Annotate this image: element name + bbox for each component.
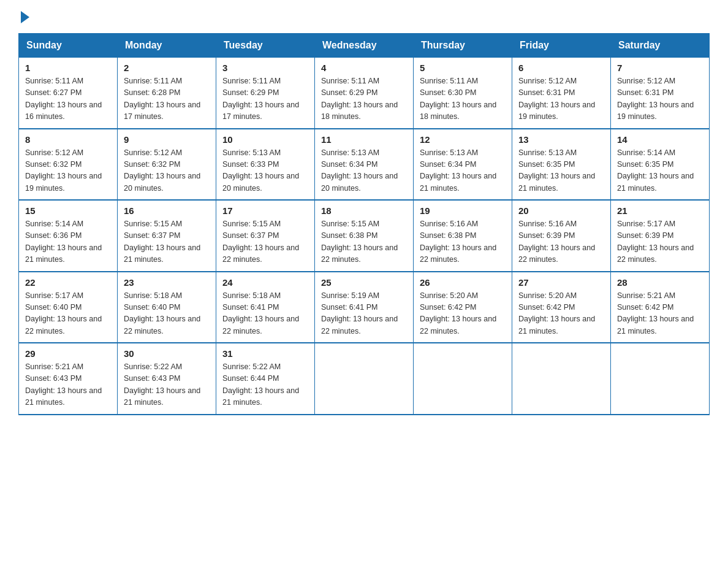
day-number: 27 [518,277,604,288]
calendar-table: SundayMondayTuesdayWednesdayThursdayFrid… [18,33,710,415]
day-info: Sunrise: 5:14 AM Sunset: 6:35 PM Dayligh… [617,147,703,195]
day-info: Sunrise: 5:11 AM Sunset: 6:29 PM Dayligh… [222,75,308,123]
day-number: 23 [124,277,210,288]
weekday-header-friday: Friday [512,34,611,58]
day-number: 4 [321,63,407,73]
day-info: Sunrise: 5:15 AM Sunset: 6:38 PM Dayligh… [321,218,407,266]
calendar-cell: 9 Sunrise: 5:12 AM Sunset: 6:32 PM Dayli… [118,129,216,201]
day-info: Sunrise: 5:20 AM Sunset: 6:42 PM Dayligh… [420,290,506,338]
calendar-cell: 28 Sunrise: 5:21 AM Sunset: 6:42 PM Dayl… [611,272,710,343]
day-info: Sunrise: 5:12 AM Sunset: 6:32 PM Dayligh… [124,147,210,195]
day-number: 24 [222,277,308,288]
calendar-cell [315,343,414,415]
day-number: 12 [420,134,506,145]
day-info: Sunrise: 5:16 AM Sunset: 6:39 PM Dayligh… [518,218,604,266]
day-info: Sunrise: 5:18 AM Sunset: 6:41 PM Dayligh… [222,290,308,338]
day-number: 6 [518,63,604,73]
weekday-header-sunday: Sunday [19,34,118,58]
day-number: 5 [420,63,506,73]
calendar-cell: 23 Sunrise: 5:18 AM Sunset: 6:40 PM Dayl… [118,272,216,343]
calendar-cell: 12 Sunrise: 5:13 AM Sunset: 6:34 PM Dayl… [414,129,512,201]
day-info: Sunrise: 5:14 AM Sunset: 6:36 PM Dayligh… [25,218,111,266]
day-number: 2 [124,63,210,73]
calendar-week-1: 1 Sunrise: 5:11 AM Sunset: 6:27 PM Dayli… [19,58,710,129]
day-info: Sunrise: 5:18 AM Sunset: 6:40 PM Dayligh… [124,290,210,338]
day-info: Sunrise: 5:22 AM Sunset: 6:44 PM Dayligh… [222,361,308,409]
calendar-cell: 31 Sunrise: 5:22 AM Sunset: 6:44 PM Dayl… [216,343,315,415]
calendar-cell: 1 Sunrise: 5:11 AM Sunset: 6:27 PM Dayli… [19,58,118,129]
calendar-cell: 29 Sunrise: 5:21 AM Sunset: 6:43 PM Dayl… [19,343,118,415]
calendar-cell: 27 Sunrise: 5:20 AM Sunset: 6:42 PM Dayl… [512,272,611,343]
calendar-cell [414,343,512,415]
day-info: Sunrise: 5:17 AM Sunset: 6:40 PM Dayligh… [25,290,111,338]
day-info: Sunrise: 5:11 AM Sunset: 6:29 PM Dayligh… [321,75,407,123]
day-info: Sunrise: 5:19 AM Sunset: 6:41 PM Dayligh… [321,290,407,338]
weekday-header-wednesday: Wednesday [315,34,414,58]
weekday-header-monday: Monday [118,34,216,58]
day-info: Sunrise: 5:12 AM Sunset: 6:31 PM Dayligh… [518,75,604,123]
logo-arrow-icon [21,11,29,23]
logo [18,12,29,23]
day-number: 18 [321,205,407,216]
day-info: Sunrise: 5:21 AM Sunset: 6:43 PM Dayligh… [25,361,111,409]
calendar-cell: 17 Sunrise: 5:15 AM Sunset: 6:37 PM Dayl… [216,200,315,272]
day-number: 29 [25,348,111,359]
day-number: 8 [25,134,111,145]
calendar-week-5: 29 Sunrise: 5:21 AM Sunset: 6:43 PM Dayl… [19,343,710,415]
calendar-cell: 14 Sunrise: 5:14 AM Sunset: 6:35 PM Dayl… [611,129,710,201]
day-info: Sunrise: 5:20 AM Sunset: 6:42 PM Dayligh… [518,290,604,338]
day-info: Sunrise: 5:13 AM Sunset: 6:35 PM Dayligh… [518,147,604,195]
day-number: 3 [222,63,308,73]
day-number: 28 [617,277,703,288]
day-number: 19 [420,205,506,216]
day-number: 14 [617,134,703,145]
calendar-cell: 8 Sunrise: 5:12 AM Sunset: 6:32 PM Dayli… [19,129,118,201]
calendar-cell: 10 Sunrise: 5:13 AM Sunset: 6:33 PM Dayl… [216,129,315,201]
day-number: 20 [518,205,604,216]
calendar-cell: 20 Sunrise: 5:16 AM Sunset: 6:39 PM Dayl… [512,200,611,272]
weekday-header-tuesday: Tuesday [216,34,315,58]
day-number: 30 [124,348,210,359]
day-number: 1 [25,63,111,73]
calendar-cell: 24 Sunrise: 5:18 AM Sunset: 6:41 PM Dayl… [216,272,315,343]
calendar-cell: 21 Sunrise: 5:17 AM Sunset: 6:39 PM Dayl… [611,200,710,272]
calendar-week-2: 8 Sunrise: 5:12 AM Sunset: 6:32 PM Dayli… [19,129,710,201]
calendar-cell: 7 Sunrise: 5:12 AM Sunset: 6:31 PM Dayli… [611,58,710,129]
day-number: 17 [222,205,308,216]
calendar-cell: 6 Sunrise: 5:12 AM Sunset: 6:31 PM Dayli… [512,58,611,129]
calendar-cell: 26 Sunrise: 5:20 AM Sunset: 6:42 PM Dayl… [414,272,512,343]
day-info: Sunrise: 5:15 AM Sunset: 6:37 PM Dayligh… [124,218,210,266]
day-number: 25 [321,277,407,288]
weekday-header-thursday: Thursday [414,34,512,58]
day-info: Sunrise: 5:11 AM Sunset: 6:27 PM Dayligh… [25,75,111,123]
day-info: Sunrise: 5:15 AM Sunset: 6:37 PM Dayligh… [222,218,308,266]
calendar-cell: 19 Sunrise: 5:16 AM Sunset: 6:38 PM Dayl… [414,200,512,272]
day-info: Sunrise: 5:12 AM Sunset: 6:31 PM Dayligh… [617,75,703,123]
day-info: Sunrise: 5:16 AM Sunset: 6:38 PM Dayligh… [420,218,506,266]
calendar-cell: 13 Sunrise: 5:13 AM Sunset: 6:35 PM Dayl… [512,129,611,201]
day-number: 21 [617,205,703,216]
day-info: Sunrise: 5:13 AM Sunset: 6:34 PM Dayligh… [321,147,407,195]
calendar-body: 1 Sunrise: 5:11 AM Sunset: 6:27 PM Dayli… [19,58,710,415]
calendar-cell: 25 Sunrise: 5:19 AM Sunset: 6:41 PM Dayl… [315,272,414,343]
calendar-cell: 4 Sunrise: 5:11 AM Sunset: 6:29 PM Dayli… [315,58,414,129]
day-info: Sunrise: 5:21 AM Sunset: 6:42 PM Dayligh… [617,290,703,338]
day-info: Sunrise: 5:13 AM Sunset: 6:34 PM Dayligh… [420,147,506,195]
calendar-cell: 3 Sunrise: 5:11 AM Sunset: 6:29 PM Dayli… [216,58,315,129]
calendar-cell: 16 Sunrise: 5:15 AM Sunset: 6:37 PM Dayl… [118,200,216,272]
day-info: Sunrise: 5:11 AM Sunset: 6:30 PM Dayligh… [420,75,506,123]
day-number: 15 [25,205,111,216]
day-number: 9 [124,134,210,145]
calendar-cell: 22 Sunrise: 5:17 AM Sunset: 6:40 PM Dayl… [19,272,118,343]
calendar-week-4: 22 Sunrise: 5:17 AM Sunset: 6:40 PM Dayl… [19,272,710,343]
page-header [18,12,710,23]
calendar-cell: 30 Sunrise: 5:22 AM Sunset: 6:43 PM Dayl… [118,343,216,415]
day-info: Sunrise: 5:11 AM Sunset: 6:28 PM Dayligh… [124,75,210,123]
calendar-cell: 5 Sunrise: 5:11 AM Sunset: 6:30 PM Dayli… [414,58,512,129]
day-info: Sunrise: 5:22 AM Sunset: 6:43 PM Dayligh… [124,361,210,409]
day-info: Sunrise: 5:17 AM Sunset: 6:39 PM Dayligh… [617,218,703,266]
day-number: 11 [321,134,407,145]
calendar-cell [512,343,611,415]
calendar-cell: 15 Sunrise: 5:14 AM Sunset: 6:36 PM Dayl… [19,200,118,272]
day-number: 7 [617,63,703,73]
